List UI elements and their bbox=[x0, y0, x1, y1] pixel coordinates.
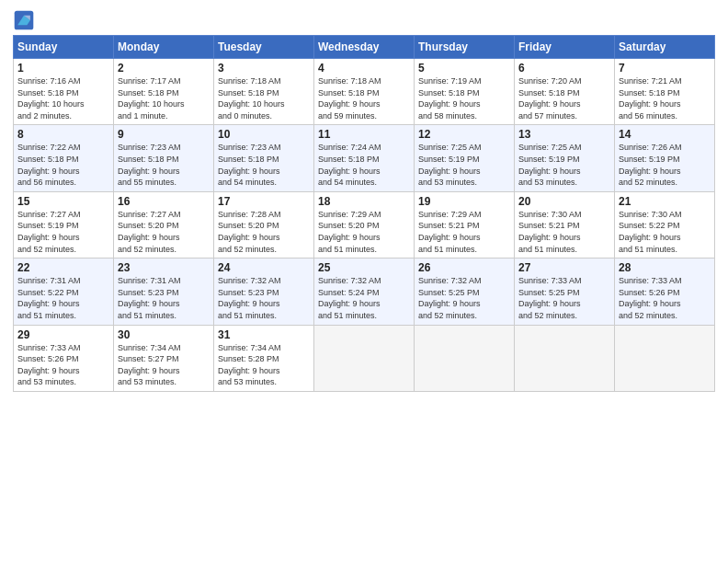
calendar-cell: 17Sunrise: 7:28 AM Sunset: 5:20 PM Dayli… bbox=[214, 191, 314, 258]
calendar-cell: 12Sunrise: 7:25 AM Sunset: 5:19 PM Dayli… bbox=[415, 125, 515, 191]
day-number: 28 bbox=[619, 261, 711, 274]
day-number: 15 bbox=[17, 195, 109, 208]
calendar-header-row: SundayMondayTuesdayWednesdayThursdayFrid… bbox=[14, 36, 715, 59]
calendar-cell: 22Sunrise: 7:31 AM Sunset: 5:22 PM Dayli… bbox=[14, 259, 114, 325]
calendar-cell: 10Sunrise: 7:23 AM Sunset: 5:18 PM Dayli… bbox=[214, 125, 314, 191]
calendar-cell: 21Sunrise: 7:30 AM Sunset: 5:22 PM Dayli… bbox=[615, 191, 715, 258]
calendar-cell: 16Sunrise: 7:27 AM Sunset: 5:20 PM Dayli… bbox=[114, 191, 214, 258]
calendar-week-3: 22Sunrise: 7:31 AM Sunset: 5:22 PM Dayli… bbox=[14, 259, 715, 325]
calendar-cell: 29Sunrise: 7:33 AM Sunset: 5:26 PM Dayli… bbox=[14, 325, 114, 391]
col-header-tuesday: Tuesday bbox=[214, 36, 314, 59]
calendar-cell: 31Sunrise: 7:34 AM Sunset: 5:28 PM Dayli… bbox=[214, 325, 314, 391]
day-info: Sunrise: 7:24 AM Sunset: 5:18 PM Dayligh… bbox=[318, 142, 410, 188]
calendar-week-4: 29Sunrise: 7:33 AM Sunset: 5:26 PM Dayli… bbox=[14, 325, 715, 391]
calendar-cell: 28Sunrise: 7:33 AM Sunset: 5:26 PM Dayli… bbox=[615, 259, 715, 325]
calendar-cell: 5Sunrise: 7:19 AM Sunset: 5:18 PM Daylig… bbox=[415, 59, 515, 125]
day-number: 7 bbox=[619, 62, 711, 75]
day-info: Sunrise: 7:20 AM Sunset: 5:18 PM Dayligh… bbox=[518, 75, 610, 121]
day-info: Sunrise: 7:18 AM Sunset: 5:18 PM Dayligh… bbox=[218, 75, 310, 121]
day-number: 1 bbox=[17, 62, 109, 75]
day-number: 20 bbox=[518, 195, 610, 208]
calendar-cell: 13Sunrise: 7:25 AM Sunset: 5:19 PM Dayli… bbox=[515, 125, 615, 191]
day-info: Sunrise: 7:33 AM Sunset: 5:26 PM Dayligh… bbox=[17, 342, 109, 388]
day-number: 29 bbox=[17, 328, 109, 341]
col-header-saturday: Saturday bbox=[615, 36, 715, 59]
day-info: Sunrise: 7:33 AM Sunset: 5:26 PM Dayligh… bbox=[619, 275, 711, 321]
day-number: 21 bbox=[619, 195, 711, 208]
day-info: Sunrise: 7:16 AM Sunset: 5:18 PM Dayligh… bbox=[17, 75, 109, 121]
logo-icon bbox=[13, 9, 35, 31]
day-info: Sunrise: 7:26 AM Sunset: 5:19 PM Dayligh… bbox=[619, 142, 711, 188]
day-number: 11 bbox=[318, 128, 410, 141]
calendar-cell bbox=[515, 325, 615, 391]
calendar-cell: 27Sunrise: 7:33 AM Sunset: 5:25 PM Dayli… bbox=[515, 259, 615, 325]
day-info: Sunrise: 7:29 AM Sunset: 5:20 PM Dayligh… bbox=[318, 209, 410, 255]
day-info: Sunrise: 7:34 AM Sunset: 5:27 PM Dayligh… bbox=[118, 342, 210, 388]
day-number: 26 bbox=[418, 261, 510, 274]
day-number: 10 bbox=[218, 128, 310, 141]
day-info: Sunrise: 7:22 AM Sunset: 5:18 PM Dayligh… bbox=[17, 142, 109, 188]
day-info: Sunrise: 7:31 AM Sunset: 5:22 PM Dayligh… bbox=[17, 275, 109, 321]
header bbox=[13, 9, 715, 31]
calendar-cell: 6Sunrise: 7:20 AM Sunset: 5:18 PM Daylig… bbox=[515, 59, 615, 125]
calendar-cell: 26Sunrise: 7:32 AM Sunset: 5:25 PM Dayli… bbox=[415, 259, 515, 325]
calendar-cell: 30Sunrise: 7:34 AM Sunset: 5:27 PM Dayli… bbox=[114, 325, 214, 391]
day-info: Sunrise: 7:33 AM Sunset: 5:25 PM Dayligh… bbox=[518, 275, 610, 321]
calendar-cell: 24Sunrise: 7:32 AM Sunset: 5:23 PM Dayli… bbox=[214, 259, 314, 325]
calendar-cell: 20Sunrise: 7:30 AM Sunset: 5:21 PM Dayli… bbox=[515, 191, 615, 258]
day-info: Sunrise: 7:34 AM Sunset: 5:28 PM Dayligh… bbox=[218, 342, 310, 388]
col-header-friday: Friday bbox=[515, 36, 615, 59]
day-number: 2 bbox=[118, 62, 210, 75]
day-info: Sunrise: 7:32 AM Sunset: 5:23 PM Dayligh… bbox=[218, 275, 310, 321]
calendar-cell: 8Sunrise: 7:22 AM Sunset: 5:18 PM Daylig… bbox=[14, 125, 114, 191]
day-info: Sunrise: 7:18 AM Sunset: 5:18 PM Dayligh… bbox=[318, 75, 410, 121]
day-info: Sunrise: 7:30 AM Sunset: 5:22 PM Dayligh… bbox=[619, 209, 711, 255]
calendar-cell: 3Sunrise: 7:18 AM Sunset: 5:18 PM Daylig… bbox=[214, 59, 314, 125]
day-number: 25 bbox=[318, 261, 410, 274]
calendar-cell: 19Sunrise: 7:29 AM Sunset: 5:21 PM Dayli… bbox=[415, 191, 515, 258]
day-info: Sunrise: 7:19 AM Sunset: 5:18 PM Dayligh… bbox=[418, 75, 510, 121]
calendar-cell: 2Sunrise: 7:17 AM Sunset: 5:18 PM Daylig… bbox=[114, 59, 214, 125]
day-info: Sunrise: 7:27 AM Sunset: 5:20 PM Dayligh… bbox=[118, 209, 210, 255]
col-header-sunday: Sunday bbox=[14, 36, 114, 59]
calendar-cell bbox=[314, 325, 415, 391]
day-info: Sunrise: 7:27 AM Sunset: 5:19 PM Dayligh… bbox=[17, 209, 109, 255]
day-number: 4 bbox=[318, 62, 410, 75]
day-info: Sunrise: 7:28 AM Sunset: 5:20 PM Dayligh… bbox=[218, 209, 310, 255]
day-number: 8 bbox=[17, 128, 109, 141]
day-info: Sunrise: 7:25 AM Sunset: 5:19 PM Dayligh… bbox=[418, 142, 510, 188]
calendar-cell: 18Sunrise: 7:29 AM Sunset: 5:20 PM Dayli… bbox=[314, 191, 415, 258]
day-info: Sunrise: 7:31 AM Sunset: 5:23 PM Dayligh… bbox=[118, 275, 210, 321]
day-info: Sunrise: 7:32 AM Sunset: 5:25 PM Dayligh… bbox=[418, 275, 510, 321]
calendar-cell: 25Sunrise: 7:32 AM Sunset: 5:24 PM Dayli… bbox=[314, 259, 415, 325]
day-number: 23 bbox=[118, 261, 210, 274]
day-number: 22 bbox=[17, 261, 109, 274]
calendar-cell: 9Sunrise: 7:23 AM Sunset: 5:18 PM Daylig… bbox=[114, 125, 214, 191]
calendar-table: SundayMondayTuesdayWednesdayThursdayFrid… bbox=[13, 35, 715, 392]
day-info: Sunrise: 7:21 AM Sunset: 5:18 PM Dayligh… bbox=[619, 75, 711, 121]
calendar-cell: 7Sunrise: 7:21 AM Sunset: 5:18 PM Daylig… bbox=[615, 59, 715, 125]
day-info: Sunrise: 7:17 AM Sunset: 5:18 PM Dayligh… bbox=[118, 75, 210, 121]
day-number: 3 bbox=[218, 62, 310, 75]
page-container: SundayMondayTuesdayWednesdayThursdayFrid… bbox=[0, 0, 728, 401]
day-number: 30 bbox=[118, 328, 210, 341]
day-info: Sunrise: 7:23 AM Sunset: 5:18 PM Dayligh… bbox=[118, 142, 210, 188]
day-info: Sunrise: 7:25 AM Sunset: 5:19 PM Dayligh… bbox=[518, 142, 610, 188]
calendar-cell bbox=[415, 325, 515, 391]
day-number: 24 bbox=[218, 261, 310, 274]
day-number: 14 bbox=[619, 128, 711, 141]
day-number: 18 bbox=[318, 195, 410, 208]
day-info: Sunrise: 7:30 AM Sunset: 5:21 PM Dayligh… bbox=[518, 209, 610, 255]
day-info: Sunrise: 7:23 AM Sunset: 5:18 PM Dayligh… bbox=[218, 142, 310, 188]
calendar-cell: 15Sunrise: 7:27 AM Sunset: 5:19 PM Dayli… bbox=[14, 191, 114, 258]
day-number: 9 bbox=[118, 128, 210, 141]
calendar-cell bbox=[615, 325, 715, 391]
calendar-cell: 23Sunrise: 7:31 AM Sunset: 5:23 PM Dayli… bbox=[114, 259, 214, 325]
calendar-cell: 1Sunrise: 7:16 AM Sunset: 5:18 PM Daylig… bbox=[14, 59, 114, 125]
day-number: 19 bbox=[418, 195, 510, 208]
calendar-cell: 4Sunrise: 7:18 AM Sunset: 5:18 PM Daylig… bbox=[314, 59, 415, 125]
logo bbox=[13, 9, 39, 31]
day-number: 31 bbox=[218, 328, 310, 341]
day-info: Sunrise: 7:29 AM Sunset: 5:21 PM Dayligh… bbox=[418, 209, 510, 255]
calendar-cell: 11Sunrise: 7:24 AM Sunset: 5:18 PM Dayli… bbox=[314, 125, 415, 191]
